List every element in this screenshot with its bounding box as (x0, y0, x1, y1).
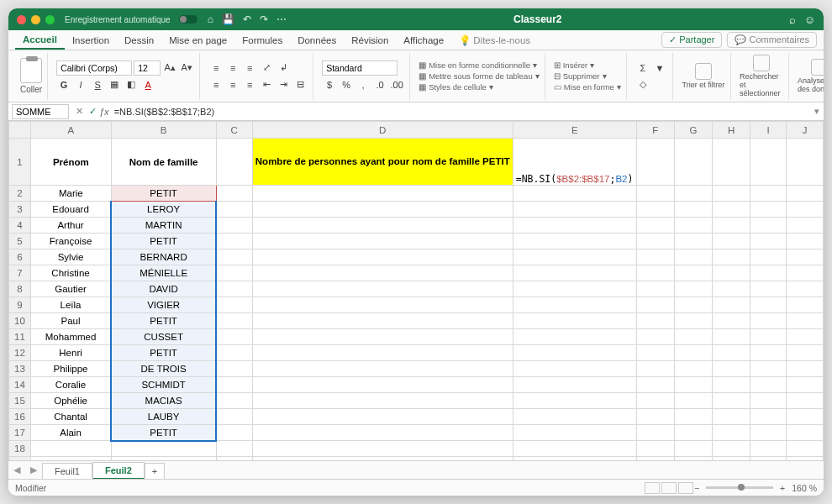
row-header-9[interactable]: 9 (9, 297, 31, 313)
row-header-3[interactable]: 3 (9, 202, 31, 218)
cell-H14[interactable] (713, 377, 750, 393)
cell-F18[interactable] (637, 441, 675, 457)
col-header-I[interactable]: I (750, 122, 787, 139)
cell-E19[interactable] (513, 457, 636, 461)
cell-B14[interactable]: SCHMIDT (111, 377, 216, 393)
cell-B1[interactable]: Nom de famille (111, 139, 216, 186)
cell-H5[interactable] (713, 234, 750, 249)
cell-D13[interactable] (252, 361, 513, 377)
cell-C4[interactable] (216, 218, 252, 234)
row-header-7[interactable]: 7 (9, 265, 31, 281)
cell-A16[interactable]: Chantal (31, 409, 112, 425)
row-header-6[interactable]: 6 (9, 249, 31, 265)
cell-D11[interactable] (252, 329, 513, 345)
cell-I14[interactable] (750, 377, 787, 393)
cell-F14[interactable] (637, 377, 675, 393)
col-header-G[interactable]: G (674, 122, 713, 139)
col-header-E[interactable]: E (513, 122, 636, 139)
col-header-J[interactable]: J (787, 122, 824, 139)
cell-B13[interactable]: DE TROIS (111, 361, 216, 377)
cell-C7[interactable] (216, 265, 252, 281)
view-break-icon[interactable] (678, 482, 693, 494)
more-icon[interactable]: ⋯ (276, 13, 287, 25)
cell-B16[interactable]: LAUBY (111, 409, 216, 425)
tab-formules[interactable]: Formules (234, 32, 290, 49)
cell-F17[interactable] (637, 425, 675, 441)
cell-J10[interactable] (787, 313, 824, 329)
cell-G1[interactable] (674, 139, 713, 186)
cell-G13[interactable] (674, 361, 713, 377)
italic-icon[interactable]: I (73, 77, 88, 92)
cell-I18[interactable] (750, 441, 787, 457)
cell-G19[interactable] (674, 457, 713, 461)
cell-I8[interactable] (750, 281, 787, 297)
cell-B10[interactable]: PETIT (111, 313, 216, 329)
align-bot-icon[interactable]: ≡ (242, 60, 257, 76)
cell-B9[interactable]: VIGIER (111, 297, 216, 313)
analyze-button[interactable]: Analyser des données (798, 59, 824, 93)
cell-D5[interactable] (252, 234, 513, 249)
cell-I3[interactable] (750, 202, 787, 218)
cell-E10[interactable] (513, 313, 636, 329)
cell-E12[interactable] (513, 345, 636, 361)
cell-D4[interactable] (252, 218, 513, 234)
sheet-tab-2[interactable]: Feuil2 (92, 462, 145, 480)
cell-I7[interactable] (750, 265, 787, 281)
cell-G3[interactable] (674, 202, 713, 218)
cell-J15[interactable] (787, 393, 824, 409)
wrap-icon[interactable]: ↲ (276, 60, 291, 76)
cell-C9[interactable] (216, 297, 252, 313)
cell-E6[interactable] (513, 249, 636, 265)
cell-J1[interactable] (787, 139, 824, 186)
cell-G10[interactable] (674, 313, 713, 329)
cell-J14[interactable] (787, 377, 824, 393)
zoom-in-icon[interactable]: + (780, 483, 785, 493)
cell-H15[interactable] (713, 393, 750, 409)
cell-J13[interactable] (787, 361, 824, 377)
row-header-2[interactable]: 2 (9, 186, 31, 202)
row-header-16[interactable]: 16 (9, 409, 31, 425)
cell-H4[interactable] (713, 218, 750, 234)
cell-G12[interactable] (674, 345, 713, 361)
cell-E3[interactable] (513, 202, 636, 218)
cell-C18[interactable] (216, 441, 252, 457)
cell-E5[interactable] (513, 234, 636, 249)
indent-inc-icon[interactable]: ⇥ (276, 77, 291, 92)
border-icon[interactable]: ▦ (107, 77, 122, 92)
cell-styles-button[interactable]: ▦ Styles de cellule ▾ (419, 82, 493, 92)
tab-donnees[interactable]: Données (290, 32, 344, 49)
cell-A17[interactable]: Alain (31, 425, 112, 441)
user-icon[interactable]: ☺ (804, 13, 815, 26)
cell-H3[interactable] (713, 202, 750, 218)
align-right-icon[interactable]: ≡ (242, 77, 257, 92)
format-button[interactable]: ▭ Mise en forme ▾ (554, 82, 621, 92)
cell-I5[interactable] (750, 234, 787, 249)
cell-E7[interactable] (513, 265, 636, 281)
minimize-icon[interactable] (31, 15, 40, 24)
cell-J3[interactable] (787, 202, 824, 218)
cell-C14[interactable] (216, 377, 252, 393)
cell-F19[interactable] (637, 457, 675, 461)
currency-icon[interactable]: $ (322, 77, 337, 92)
cell-B8[interactable]: DAVID (111, 281, 216, 297)
cell-F2[interactable] (637, 186, 675, 202)
expand-formula-icon[interactable]: ▾ (810, 106, 824, 117)
row-header-4[interactable]: 4 (9, 218, 31, 234)
cell-I4[interactable] (750, 218, 787, 234)
cell-C11[interactable] (216, 329, 252, 345)
cell-C5[interactable] (216, 234, 252, 249)
cell-J11[interactable] (787, 329, 824, 345)
row-header-18[interactable]: 18 (9, 441, 31, 457)
underline-icon[interactable]: S (90, 77, 105, 92)
cell-A8[interactable]: Gautier (31, 281, 112, 297)
cell-B2[interactable]: PETIT (111, 186, 216, 202)
cell-H2[interactable] (713, 186, 750, 202)
cell-F10[interactable] (637, 313, 675, 329)
cell-C15[interactable] (216, 393, 252, 409)
close-icon[interactable] (17, 15, 26, 24)
cell-J5[interactable] (787, 234, 824, 249)
cell-C12[interactable] (216, 345, 252, 361)
cell-A7[interactable]: Christine (31, 265, 112, 281)
fx-icon[interactable]: ƒx (99, 107, 109, 117)
cell-A10[interactable]: Paul (31, 313, 112, 329)
